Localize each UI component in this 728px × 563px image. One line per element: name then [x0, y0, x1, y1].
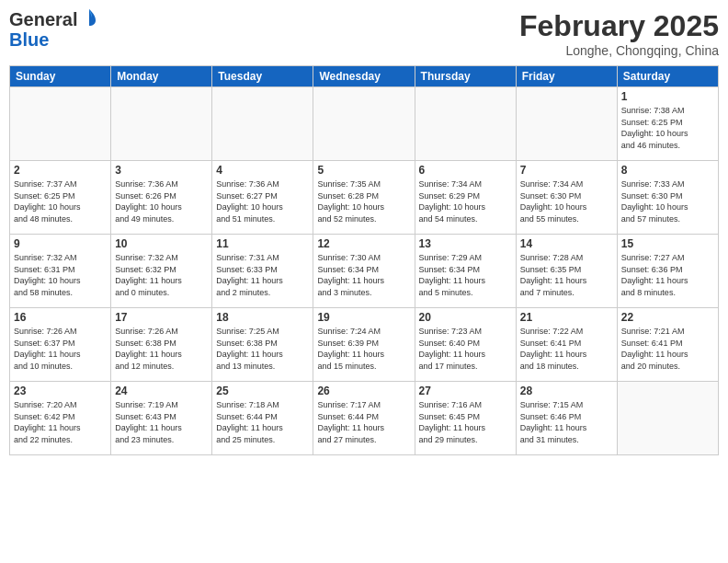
calendar-day	[212, 87, 313, 161]
day-info: Sunrise: 7:32 AM Sunset: 6:31 PM Dayligh…	[14, 252, 107, 298]
day-of-week-thursday: Thursday	[415, 66, 516, 87]
calendar-day: 13Sunrise: 7:29 AM Sunset: 6:34 PM Dayli…	[415, 235, 516, 308]
calendar-day: 11Sunrise: 7:31 AM Sunset: 6:33 PM Dayli…	[212, 235, 313, 308]
day-number: 10	[115, 237, 208, 250]
calendar-day: 19Sunrise: 7:24 AM Sunset: 6:39 PM Dayli…	[313, 308, 415, 382]
day-info: Sunrise: 7:17 AM Sunset: 6:44 PM Dayligh…	[317, 399, 410, 445]
day-info: Sunrise: 7:21 AM Sunset: 6:41 PM Dayligh…	[621, 326, 714, 372]
calendar-day	[111, 87, 212, 161]
day-of-week-wednesday: Wednesday	[313, 66, 415, 87]
day-info: Sunrise: 7:30 AM Sunset: 6:34 PM Dayligh…	[317, 252, 410, 298]
calendar-day: 9Sunrise: 7:32 AM Sunset: 6:31 PM Daylig…	[10, 235, 111, 308]
day-of-week-tuesday: Tuesday	[212, 66, 313, 87]
calendar-header-row: SundayMondayTuesdayWednesdayThursdayFrid…	[10, 66, 719, 87]
page: General Blue February 2025 Longhe, Chong…	[0, 0, 728, 563]
day-number: 25	[216, 385, 309, 397]
day-info: Sunrise: 7:38 AM Sunset: 6:25 PM Dayligh…	[621, 105, 714, 151]
calendar-day	[415, 87, 516, 161]
day-of-week-saturday: Saturday	[617, 66, 718, 87]
day-info: Sunrise: 7:18 AM Sunset: 6:44 PM Dayligh…	[216, 399, 309, 445]
calendar-day: 16Sunrise: 7:26 AM Sunset: 6:37 PM Dayli…	[10, 308, 111, 382]
day-number: 18	[216, 311, 309, 324]
day-number: 19	[317, 311, 410, 324]
day-number: 27	[419, 385, 512, 397]
day-info: Sunrise: 7:25 AM Sunset: 6:38 PM Dayligh…	[216, 326, 309, 372]
calendar-day: 21Sunrise: 7:22 AM Sunset: 6:41 PM Dayli…	[516, 308, 617, 382]
header: General Blue February 2025 Longhe, Chong…	[9, 9, 719, 58]
day-info: Sunrise: 7:33 AM Sunset: 6:30 PM Dayligh…	[621, 178, 714, 224]
day-number: 7	[520, 164, 613, 177]
day-of-week-sunday: Sunday	[10, 66, 111, 87]
calendar-day: 20Sunrise: 7:23 AM Sunset: 6:40 PM Dayli…	[415, 308, 516, 382]
day-number: 20	[419, 311, 512, 324]
calendar-day: 5Sunrise: 7:35 AM Sunset: 6:28 PM Daylig…	[313, 161, 415, 235]
calendar-day: 1Sunrise: 7:38 AM Sunset: 6:25 PM Daylig…	[617, 87, 718, 161]
calendar-week-2: 9Sunrise: 7:32 AM Sunset: 6:31 PM Daylig…	[10, 235, 719, 308]
calendar-day: 28Sunrise: 7:15 AM Sunset: 6:46 PM Dayli…	[516, 382, 617, 455]
day-number: 28	[520, 385, 613, 397]
logo-blue-text: Blue	[9, 29, 49, 50]
day-info: Sunrise: 7:19 AM Sunset: 6:43 PM Dayligh…	[115, 399, 208, 445]
day-info: Sunrise: 7:29 AM Sunset: 6:34 PM Dayligh…	[419, 252, 512, 298]
day-info: Sunrise: 7:34 AM Sunset: 6:29 PM Dayligh…	[419, 178, 512, 224]
day-of-week-friday: Friday	[516, 66, 617, 87]
calendar-day	[10, 87, 111, 161]
day-number: 11	[216, 237, 309, 250]
calendar-week-3: 16Sunrise: 7:26 AM Sunset: 6:37 PM Dayli…	[10, 308, 719, 382]
calendar-day: 18Sunrise: 7:25 AM Sunset: 6:38 PM Dayli…	[212, 308, 313, 382]
calendar-day: 27Sunrise: 7:16 AM Sunset: 6:45 PM Dayli…	[415, 382, 516, 455]
day-info: Sunrise: 7:36 AM Sunset: 6:26 PM Dayligh…	[115, 178, 208, 224]
day-number: 8	[621, 164, 714, 177]
day-info: Sunrise: 7:35 AM Sunset: 6:28 PM Dayligh…	[317, 178, 410, 224]
day-info: Sunrise: 7:23 AM Sunset: 6:40 PM Dayligh…	[419, 326, 512, 372]
day-info: Sunrise: 7:37 AM Sunset: 6:25 PM Dayligh…	[14, 178, 107, 224]
day-number: 17	[115, 311, 208, 324]
day-number: 4	[216, 164, 309, 177]
calendar-day: 25Sunrise: 7:18 AM Sunset: 6:44 PM Dayli…	[212, 382, 313, 455]
day-number: 24	[115, 385, 208, 397]
calendar-week-0: 1Sunrise: 7:38 AM Sunset: 6:25 PM Daylig…	[10, 87, 719, 161]
calendar-day: 3Sunrise: 7:36 AM Sunset: 6:26 PM Daylig…	[111, 161, 212, 235]
calendar-day: 24Sunrise: 7:19 AM Sunset: 6:43 PM Dayli…	[111, 382, 212, 455]
calendar-day: 14Sunrise: 7:28 AM Sunset: 6:35 PM Dayli…	[516, 235, 617, 308]
calendar-day: 15Sunrise: 7:27 AM Sunset: 6:36 PM Dayli…	[617, 235, 718, 308]
day-number: 9	[14, 237, 107, 250]
calendar-day: 7Sunrise: 7:34 AM Sunset: 6:30 PM Daylig…	[516, 161, 617, 235]
day-number: 16	[14, 311, 107, 324]
calendar-day	[516, 87, 617, 161]
day-number: 23	[14, 385, 107, 397]
day-info: Sunrise: 7:22 AM Sunset: 6:41 PM Dayligh…	[520, 326, 613, 372]
calendar-table: SundayMondayTuesdayWednesdayThursdayFrid…	[9, 65, 719, 455]
calendar-day: 6Sunrise: 7:34 AM Sunset: 6:29 PM Daylig…	[415, 161, 516, 235]
month-title: February 2025	[519, 9, 719, 43]
day-info: Sunrise: 7:26 AM Sunset: 6:37 PM Dayligh…	[14, 326, 107, 372]
day-info: Sunrise: 7:36 AM Sunset: 6:27 PM Dayligh…	[216, 178, 309, 224]
day-info: Sunrise: 7:32 AM Sunset: 6:32 PM Dayligh…	[115, 252, 208, 298]
day-number: 13	[419, 237, 512, 250]
day-number: 3	[115, 164, 208, 177]
location: Longhe, Chongqing, China	[519, 43, 719, 58]
calendar-day: 8Sunrise: 7:33 AM Sunset: 6:30 PM Daylig…	[617, 161, 718, 235]
day-number: 26	[317, 385, 410, 397]
logo-general-text: General	[9, 9, 77, 29]
day-number: 21	[520, 311, 613, 324]
calendar-week-4: 23Sunrise: 7:20 AM Sunset: 6:42 PM Dayli…	[10, 382, 719, 455]
calendar-week-1: 2Sunrise: 7:37 AM Sunset: 6:25 PM Daylig…	[10, 161, 719, 235]
day-number: 2	[14, 164, 107, 177]
day-info: Sunrise: 7:34 AM Sunset: 6:30 PM Dayligh…	[520, 178, 613, 224]
day-info: Sunrise: 7:31 AM Sunset: 6:33 PM Dayligh…	[216, 252, 309, 298]
day-info: Sunrise: 7:24 AM Sunset: 6:39 PM Dayligh…	[317, 326, 410, 372]
day-info: Sunrise: 7:15 AM Sunset: 6:46 PM Dayligh…	[520, 399, 613, 445]
day-number: 1	[621, 90, 714, 103]
day-info: Sunrise: 7:16 AM Sunset: 6:45 PM Dayligh…	[419, 399, 512, 445]
day-info: Sunrise: 7:20 AM Sunset: 6:42 PM Dayligh…	[14, 399, 107, 445]
day-number: 5	[317, 164, 410, 177]
logo-icon	[79, 7, 99, 28]
calendar-day: 22Sunrise: 7:21 AM Sunset: 6:41 PM Dayli…	[617, 308, 718, 382]
calendar-day: 4Sunrise: 7:36 AM Sunset: 6:27 PM Daylig…	[212, 161, 313, 235]
day-number: 6	[419, 164, 512, 177]
calendar-day	[313, 87, 415, 161]
day-number: 14	[520, 237, 613, 250]
calendar-day: 12Sunrise: 7:30 AM Sunset: 6:34 PM Dayli…	[313, 235, 415, 308]
title-block: February 2025 Longhe, Chongqing, China	[519, 9, 719, 58]
